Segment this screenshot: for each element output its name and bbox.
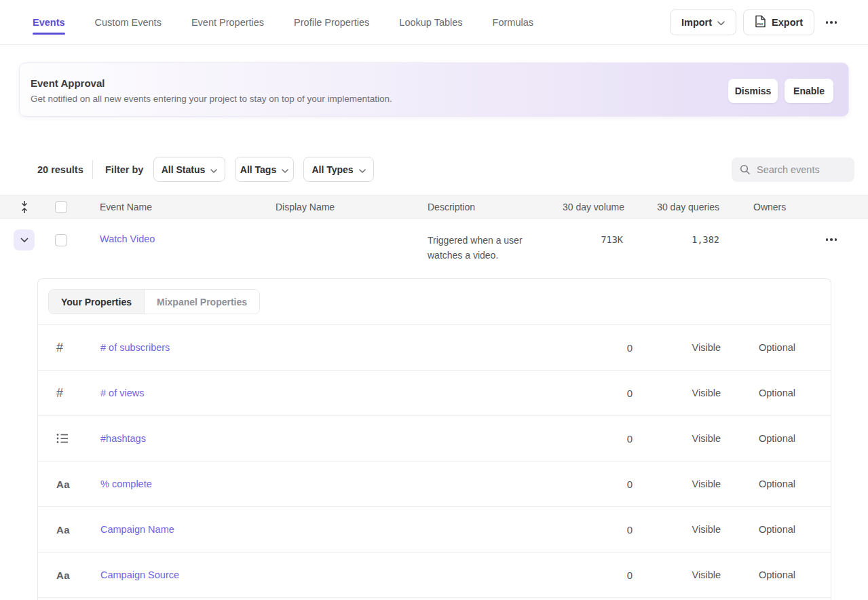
- banner-description: Get notified on all new events entering …: [31, 94, 392, 104]
- filter-types-dropdown[interactable]: All Types: [303, 157, 374, 182]
- enable-button[interactable]: Enable: [785, 79, 833, 103]
- events-table-header: Event Name Display Name Description 30 d…: [0, 195, 868, 219]
- overflow-menu-button[interactable]: [821, 12, 842, 33]
- chevron-down-icon: [210, 164, 217, 175]
- lexicon-events-page: Events Custom Events Event Properties Pr…: [0, 0, 868, 600]
- property-name-link[interactable]: Campaign Name: [100, 524, 174, 535]
- property-requirement: Optional: [759, 569, 795, 580]
- property-row: # # of views 0 Visible Optional: [38, 371, 831, 416]
- column-description: Description: [428, 195, 475, 219]
- number-type-icon: #: [56, 341, 77, 355]
- top-nav: Events Custom Events Event Properties Pr…: [0, 0, 868, 45]
- property-visibility: Visible: [692, 479, 721, 489]
- properties-panel: Your Properties Mixpanel Properties # # …: [37, 278, 831, 600]
- filter-status-label: All Status: [162, 164, 206, 175]
- filter-status-dropdown[interactable]: All Status: [153, 157, 225, 182]
- property-requirement: Optional: [759, 388, 795, 398]
- list-type-icon: [56, 433, 77, 444]
- import-button-label: Import: [681, 17, 712, 28]
- property-row: Aa % complete 0 Visible Optional: [38, 462, 831, 507]
- text-type-icon: Aa: [56, 479, 77, 490]
- nav-actions: Import csv Export: [670, 10, 842, 35]
- property-name-link[interactable]: Campaign Source: [100, 569, 179, 580]
- chevron-down-icon: [359, 164, 366, 175]
- tab-custom-events[interactable]: Custom Events: [95, 0, 162, 45]
- property-name-link[interactable]: % complete: [100, 479, 152, 489]
- property-count: 0: [627, 479, 633, 490]
- property-name-link[interactable]: # of views: [100, 388, 144, 398]
- export-button[interactable]: csv Export: [743, 10, 814, 35]
- column-event-name: Event Name: [100, 195, 152, 219]
- filter-tags-dropdown[interactable]: All Tags: [235, 157, 294, 182]
- tab-mixpanel-properties[interactable]: Mixpanel Properties: [144, 290, 259, 314]
- tab-profile-properties[interactable]: Profile Properties: [294, 0, 369, 45]
- nav-tabs: Events Custom Events Event Properties Pr…: [33, 0, 533, 45]
- event-row-watch-video: Watch Video Triggered when a user watche…: [0, 220, 868, 274]
- property-visibility: Visible: [692, 569, 721, 580]
- event-30-day-queries: 1,382: [692, 234, 719, 245]
- property-visibility: Visible: [692, 433, 721, 444]
- property-row: #hashtags 0 Visible Optional: [38, 416, 831, 462]
- text-type-icon: Aa: [56, 569, 77, 581]
- property-name-link[interactable]: # of subscribers: [100, 342, 170, 353]
- results-count: 20 results: [37, 164, 83, 175]
- export-button-label: Export: [772, 17, 803, 28]
- collapse-row-button[interactable]: [14, 229, 35, 250]
- property-visibility: Visible: [692, 524, 721, 535]
- column-owners: Owners: [753, 195, 786, 219]
- text-type-icon: Aa: [56, 524, 77, 536]
- column-display-name: Display Name: [276, 195, 335, 219]
- property-count: 0: [627, 388, 633, 399]
- collapse-icon: [20, 200, 29, 216]
- filter-by-label: Filter by: [105, 164, 143, 175]
- number-type-icon: #: [56, 386, 77, 400]
- property-requirement: Optional: [759, 342, 795, 353]
- property-count: 0: [627, 433, 633, 445]
- svg-text:csv: csv: [757, 22, 763, 26]
- collapse-all-button[interactable]: [18, 201, 31, 214]
- property-requirement: Optional: [759, 479, 795, 489]
- tab-event-properties[interactable]: Event Properties: [191, 0, 264, 45]
- row-overflow-menu-button[interactable]: [821, 229, 842, 250]
- property-visibility: Visible: [692, 388, 721, 398]
- property-count: 0: [627, 524, 633, 536]
- property-row: Aa Campaign Source 0 Visible Optional: [38, 552, 831, 598]
- property-name-link[interactable]: #hashtags: [100, 433, 146, 444]
- property-count: 0: [627, 569, 633, 581]
- property-count: 0: [627, 342, 633, 354]
- chevron-down-icon: [20, 235, 29, 245]
- event-approval-banner: Event Approval Get notified on all new e…: [19, 62, 849, 117]
- tab-your-properties[interactable]: Your Properties: [49, 290, 144, 314]
- properties-tabs: Your Properties Mixpanel Properties: [48, 289, 260, 314]
- property-visibility: Visible: [692, 342, 721, 353]
- event-30-day-volume: 713K: [601, 234, 623, 245]
- banner-title: Event Approval: [31, 77, 105, 89]
- chevron-down-icon: [717, 17, 725, 28]
- tab-formulas[interactable]: Formulas: [493, 0, 533, 45]
- filter-tags-label: All Tags: [240, 164, 276, 175]
- column-30-day-queries: 30 day queries: [657, 195, 719, 219]
- property-row: Aa Campaign Name 0 Visible Optional: [38, 507, 831, 552]
- tab-lookup-tables[interactable]: Lookup Tables: [399, 0, 462, 45]
- chevron-down-icon: [282, 164, 288, 175]
- dismiss-button[interactable]: Dismiss: [728, 79, 778, 103]
- search-box: [732, 157, 854, 182]
- search-icon: [740, 164, 751, 175]
- select-all-checkbox[interactable]: [55, 201, 67, 213]
- event-description: Triggered when a user watches a video.: [428, 233, 551, 263]
- ellipsis-icon: [826, 238, 829, 241]
- filter-types-label: All Types: [312, 164, 353, 175]
- property-requirement: Optional: [759, 524, 795, 535]
- property-row: # # of subscribers 0 Visible Optional: [38, 325, 831, 371]
- csv-file-icon: csv: [755, 15, 766, 30]
- tab-events[interactable]: Events: [33, 0, 65, 45]
- import-button[interactable]: Import: [670, 10, 736, 35]
- toolbar-divider: [92, 160, 93, 179]
- column-30-day-volume: 30 day volume: [563, 195, 624, 219]
- event-name-link[interactable]: Watch Video: [100, 233, 155, 244]
- search-input[interactable]: [757, 164, 845, 175]
- row-checkbox[interactable]: [55, 234, 67, 246]
- property-requirement: Optional: [759, 433, 795, 444]
- ellipsis-icon: [826, 21, 829, 24]
- properties-list: # # of subscribers 0 Visible Optional # …: [38, 325, 831, 598]
